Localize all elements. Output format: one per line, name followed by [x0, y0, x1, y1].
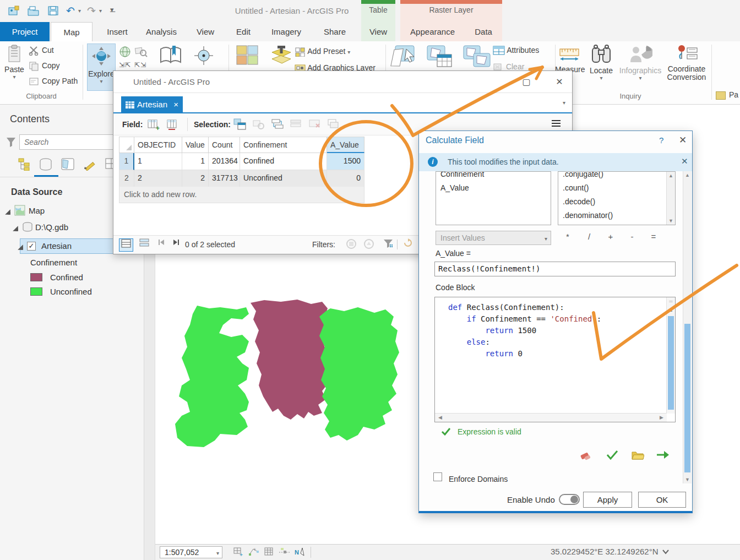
list-item[interactable]: .imag() [558, 222, 667, 225]
table-row[interactable]: 222317713Unconfined0 [119, 170, 364, 187]
filter-icon[interactable] [6, 137, 17, 149]
export-expression-icon[interactable] [656, 449, 670, 463]
tree-item-artesian[interactable]: Artesian [41, 241, 72, 251]
labeling-button[interactable]: Pa [716, 88, 740, 102]
select-by-attributes-icon[interactable] [425, 45, 454, 70]
select-tool-icon[interactable] [390, 45, 416, 70]
close-window-button[interactable]: ✕ [551, 75, 568, 89]
tab-analysis[interactable]: Analysis [139, 22, 184, 41]
table-cell[interactable]: 1 [134, 153, 182, 170]
new-project-icon[interactable] [8, 6, 20, 18]
add-data-icon[interactable] [270, 45, 293, 68]
table-row[interactable]: 111201364Confined1500 [119, 153, 364, 170]
code-scroll-right-icon[interactable]: ▶ [657, 415, 666, 420]
coordinates-dropdown-icon[interactable] [662, 548, 670, 557]
code-scroll-left-icon[interactable]: ◀ [436, 415, 444, 420]
table-cell[interactable]: 201364 [209, 153, 240, 170]
helpers-listbox[interactable]: .conjugate().count().decode().denominato… [558, 171, 676, 225]
tab-map[interactable]: Map [51, 22, 92, 41]
tab-imagery[interactable]: Imagery [264, 22, 308, 41]
dialog-scroll-down-icon[interactable]: ▼ [683, 477, 692, 482]
fixed-zoom-out-icon[interactable]: ⇱⇲ [134, 61, 146, 69]
add-preset-button[interactable]: Add Preset ▾ [295, 47, 350, 57]
zoom-to-selection-icon[interactable] [252, 118, 265, 131]
drawing-order-icon[interactable] [17, 157, 33, 172]
go-to-xy-icon[interactable] [193, 46, 215, 67]
table-tab-artesian[interactable]: Artesian × [121, 96, 183, 112]
add-layout-grid-icon[interactable]: + [232, 547, 244, 558]
filter-edited-icon[interactable] [362, 238, 376, 251]
helpers-scrollbar[interactable]: ▲ ▼ [666, 172, 675, 225]
table-cell[interactable]: 317713 [209, 170, 240, 187]
tab-table-view[interactable]: View [369, 27, 387, 36]
list-item[interactable]: Confinement [436, 171, 551, 181]
infographics-button[interactable]: Infographics▾ [618, 45, 663, 81]
undo-icon[interactable]: ↶ [66, 4, 75, 17]
graticule-icon[interactable] [263, 547, 275, 558]
redo-icon[interactable]: ↷ [87, 4, 96, 17]
fixed-zoom-in-icon[interactable]: ⇲⇱ [119, 61, 131, 69]
snapping-icon[interactable] [279, 547, 291, 558]
tab-edit[interactable]: Edit [227, 22, 260, 41]
dialog-scroll-up-icon[interactable]: ▲ [683, 172, 692, 178]
verify-expression-icon[interactable] [605, 449, 619, 463]
form-view-mode-icon[interactable] [138, 238, 151, 251]
operator-button[interactable]: - [625, 232, 639, 241]
bookmarks-icon[interactable] [159, 45, 183, 68]
open-project-icon[interactable] [28, 6, 40, 18]
locate-button[interactable]: Locate▾ [586, 45, 617, 81]
expander-artesian[interactable] [17, 243, 24, 252]
row-number[interactable]: 2 [119, 170, 134, 187]
copy-button[interactable]: Copy [29, 61, 60, 71]
data-source-icon[interactable] [37, 157, 54, 172]
switch-selection-icon[interactable] [271, 118, 284, 131]
code-block-editor[interactable]: def Reclass(Confinement): if Confinement… [434, 297, 676, 422]
column-header-value[interactable]: Value [182, 137, 209, 153]
copy-path-button[interactable]: Copy Path [29, 77, 78, 86]
table-view-mode-icon[interactable] [119, 238, 133, 252]
scale-combo[interactable]: 1:507,052 ▾ [160, 546, 222, 558]
dialog-scrollbar[interactable]: ▲ ▼ [683, 171, 692, 483]
redo-dropdown-icon[interactable]: ▾ [99, 8, 102, 14]
table-cell[interactable]: 1 [182, 153, 209, 170]
table-cell[interactable]: Unconfined [240, 170, 327, 187]
expander-map[interactable] [4, 208, 11, 217]
filter-funnel-icon[interactable] [382, 238, 395, 251]
scroll-down-icon[interactable]: ▼ [667, 218, 675, 224]
column-header-count[interactable]: Count [209, 137, 240, 153]
code-vertical-scrollbar[interactable]: ▲ ═ [666, 297, 675, 414]
enable-undo-toggle[interactable] [559, 494, 580, 505]
dialog-close-icon[interactable]: ✕ [679, 134, 687, 146]
scroll-up-icon[interactable]: ▲ [667, 173, 675, 178]
insert-values-combo[interactable]: Insert Values▾ [436, 231, 551, 245]
search-box[interactable] [19, 134, 127, 150]
enforce-domains-checkbox[interactable] [433, 472, 442, 481]
paste-button[interactable]: Paste▾ [2, 45, 26, 80]
close-tab-icon[interactable]: × [173, 96, 178, 112]
operator-button[interactable]: / [583, 232, 596, 241]
table-cell[interactable]: 1500 [327, 153, 364, 170]
row-number[interactable]: 1 [119, 153, 134, 170]
code-horizontal-scrollbar[interactable]: ◀ ▶ [435, 413, 667, 422]
delete-selection-icon[interactable] [308, 118, 322, 131]
attributes-button[interactable]: Attributes [493, 46, 539, 56]
tree-item-gdb[interactable]: D:\Q.gdb [35, 222, 68, 232]
info-close-icon[interactable]: ✕ [681, 156, 688, 166]
tab-appearance[interactable]: Appearance [410, 27, 455, 36]
eraser-icon[interactable] [579, 449, 593, 463]
select-by-attributes-small-icon[interactable] [233, 118, 247, 131]
table-cell[interactable]: 2 [134, 170, 182, 187]
tab-view[interactable]: View [187, 22, 224, 41]
tree-item-map[interactable]: Map [29, 206, 45, 215]
tab-share[interactable]: Share [314, 22, 356, 41]
tab-insert[interactable]: Insert [98, 22, 137, 41]
north-arrow-icon[interactable]: N [294, 547, 306, 558]
maximize-button[interactable]: ▢ [518, 75, 535, 89]
list-item[interactable]: A_Value [436, 181, 551, 195]
search-input[interactable] [20, 135, 127, 149]
tab-project[interactable]: Project [0, 22, 50, 41]
zoom-selection-icon[interactable] [134, 46, 148, 59]
list-item[interactable]: .count() [558, 181, 667, 195]
calculate-field-icon[interactable] [167, 118, 180, 131]
expander-gdb[interactable] [12, 225, 19, 233]
